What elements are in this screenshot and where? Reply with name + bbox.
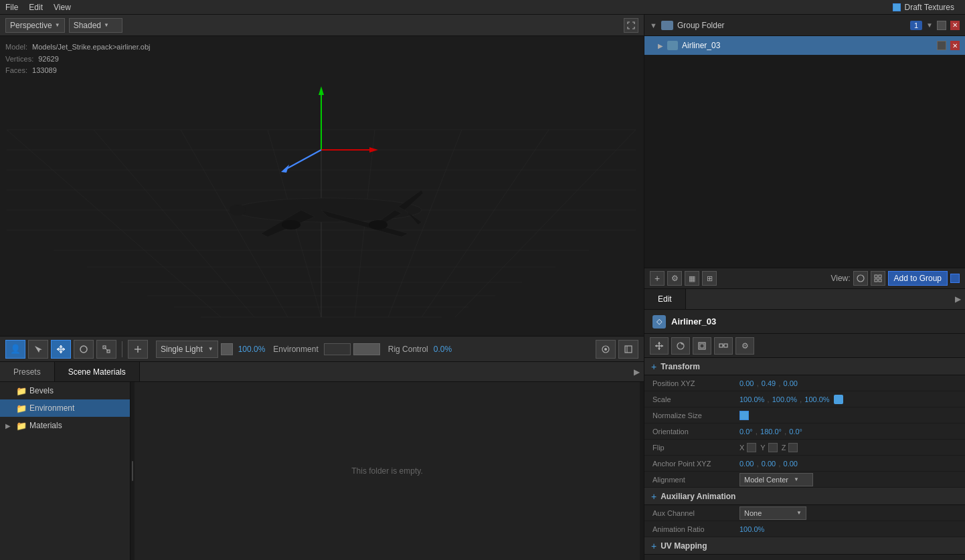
tool-separator-1: [122, 341, 122, 357]
aux-plus-icon: +: [651, 491, 656, 502]
camera-tool-btn[interactable]: [596, 340, 616, 359]
airliner-square-btn[interactable]: [937, 41, 946, 50]
menu-file[interactable]: File: [5, 3, 18, 12]
viewport[interactable]: Model: Models/Jet_Strike.epack>airliner.…: [0, 36, 644, 336]
position-z-val[interactable]: 0.00: [784, 379, 798, 387]
anchor-y-val[interactable]: 0.00: [762, 460, 776, 468]
empty-folder-msg: This folder is empty.: [351, 466, 422, 476]
menu-view[interactable]: View: [54, 3, 71, 12]
tab-presets[interactable]: Presets: [0, 362, 55, 381]
orient-y-val[interactable]: 180.0°: [760, 428, 782, 436]
edit-tab-expand[interactable]: ▶: [950, 289, 965, 309]
tab-transform-btn[interactable]: [650, 337, 669, 355]
add-scene-btn[interactable]: +: [650, 271, 665, 286]
scene-arrange-btn[interactable]: ▦: [685, 271, 699, 286]
edit-tab-label: Edit: [658, 294, 672, 304]
group-close-btn[interactable]: ✕: [950, 21, 960, 30]
add-to-group-btn[interactable]: Add to Group: [888, 271, 948, 286]
move-tool-btn[interactable]: [51, 340, 71, 359]
select-tool-btn[interactable]: [28, 340, 48, 359]
orient-z-val[interactable]: 0.0°: [789, 428, 802, 436]
position-x-val[interactable]: 0.00: [739, 379, 754, 387]
aux-section-header[interactable]: + Auxiliary Animation: [644, 488, 965, 505]
svg-point-39: [604, 348, 607, 351]
position-y-val[interactable]: 0.49: [762, 379, 776, 387]
animation-ratio-label: Animation Ratio: [652, 525, 739, 533]
faces-value: 133089: [32, 66, 57, 74]
scale-y-val[interactable]: 100.0%: [772, 395, 797, 403]
uv-mapping-section: + UV Mapping: [644, 537, 965, 555]
align-tool-btn[interactable]: [128, 340, 148, 359]
panel-collapse-arrow[interactable]: ▶: [629, 362, 644, 381]
airliner-expand-arrow[interactable]: ▶: [658, 42, 663, 50]
shaded-dropdown[interactable]: Shaded ▼: [69, 18, 122, 33]
view-tool-btn[interactable]: [618, 340, 638, 359]
scale-z-val[interactable]: 100.0%: [804, 395, 829, 403]
anchor-z-val[interactable]: 0.00: [784, 460, 798, 468]
light-percent[interactable]: 100.0%: [238, 345, 266, 354]
materials-label: Materials: [29, 421, 62, 430]
scale-lock-icon[interactable]: [834, 395, 843, 404]
rotate-tool-btn[interactable]: [74, 340, 94, 359]
svg-rect-0: [0, 36, 644, 336]
scale-x-val[interactable]: 100.0%: [739, 395, 764, 403]
anchor-x-val[interactable]: 0.00: [739, 460, 754, 468]
vertices-value: 92629: [38, 55, 59, 63]
tab-scale-btn[interactable]: [693, 337, 711, 355]
rig-control-value[interactable]: 0.0%: [434, 345, 452, 354]
perspective-dropdown[interactable]: Perspective ▼: [5, 18, 65, 33]
people-tool-btn[interactable]: 👤: [5, 340, 25, 359]
env-color-swatch[interactable]: [353, 343, 380, 355]
orient-sep1: ,: [756, 427, 758, 436]
aux-section-title: Auxiliary Animation: [661, 492, 735, 501]
group-badge: 1: [910, 21, 922, 30]
tab-settings-btn[interactable]: ⚙: [735, 337, 754, 355]
viewport-expand-btn[interactable]: [624, 18, 638, 33]
view-sphere-btn[interactable]: [853, 271, 868, 286]
view-grid-btn[interactable]: [871, 271, 885, 286]
orient-x-val[interactable]: 0.0°: [739, 428, 753, 436]
menu-edit[interactable]: Edit: [29, 3, 43, 12]
animation-ratio-value[interactable]: 100.0%: [739, 525, 764, 533]
normalize-checkbox[interactable]: [739, 411, 749, 420]
airliner-icon: [667, 41, 678, 50]
tab-scene-materials[interactable]: Scene Materials: [55, 362, 140, 381]
group-folder-icon: [661, 21, 673, 30]
svg-point-22: [234, 198, 422, 222]
materials-folder-icon: 📁: [16, 421, 27, 431]
add-to-group-square[interactable]: [950, 274, 960, 283]
environment-swatch[interactable]: [324, 343, 351, 355]
draft-textures-checkbox[interactable]: [893, 3, 901, 11]
uv-section-header[interactable]: + UV Mapping: [644, 537, 965, 555]
flip-x-swatch[interactable]: [747, 443, 756, 452]
perspective-label: Perspective: [10, 21, 52, 30]
tree-item-bevels[interactable]: 📁 Bevels: [0, 382, 130, 399]
perspective-chevron: ▼: [55, 22, 60, 28]
tab-rotate-btn[interactable]: [671, 337, 690, 355]
tab-group-btn[interactable]: [714, 337, 733, 355]
flip-x-label: X: [739, 444, 744, 452]
airliner-close-btn[interactable]: ✕: [950, 41, 960, 50]
scale-tool-btn[interactable]: [96, 340, 116, 359]
scene-group-btn[interactable]: ⊞: [702, 271, 717, 286]
flip-y-swatch[interactable]: [768, 443, 778, 452]
svg-point-23: [282, 220, 300, 229]
group-folder-expand[interactable]: ▼: [650, 21, 657, 29]
aux-channel-dropdown[interactable]: None ▼: [739, 506, 806, 520]
scene-settings-btn[interactable]: ⚙: [667, 271, 682, 286]
transform-section-header[interactable]: + Transform: [644, 358, 965, 375]
flip-z-swatch[interactable]: [788, 443, 798, 452]
light-swatch[interactable]: [221, 343, 233, 355]
scale-sep1: ,: [767, 395, 769, 404]
tree-item-materials[interactable]: ▶ 📁 Materials: [0, 417, 130, 434]
single-light-dropdown[interactable]: Single Light ▼: [156, 341, 218, 358]
tree-item-environment[interactable]: 📁 Environment: [0, 399, 130, 417]
alignment-dropdown[interactable]: Model Center ▼: [739, 473, 813, 486]
svg-rect-45: [875, 279, 877, 282]
anchor-label: Anchor Point XYZ: [652, 460, 739, 468]
normalize-label: Normalize Size: [652, 411, 739, 419]
group-square-btn[interactable]: [937, 21, 946, 30]
scale-label: Scale: [652, 395, 739, 403]
edit-tab[interactable]: Edit: [644, 289, 686, 309]
flip-label: Flip: [652, 444, 739, 452]
